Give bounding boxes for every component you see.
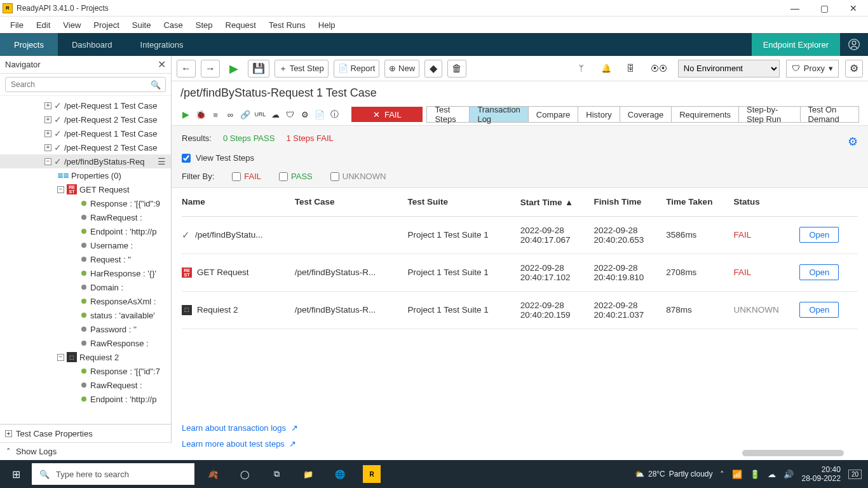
- add-test-step-button[interactable]: ＋ Test Step: [275, 60, 329, 78]
- tree-leaf[interactable]: Response : '[{"id":9: [0, 196, 171, 210]
- col-test-suite[interactable]: Test Suite: [407, 188, 520, 216]
- taskbar-icon-edge[interactable]: 🌐: [325, 460, 355, 488]
- open-button[interactable]: Open: [799, 227, 839, 243]
- open-button[interactable]: Open: [799, 264, 839, 280]
- tree-leaf[interactable]: Username :: [0, 238, 171, 252]
- tree-leaf[interactable]: Endpoint : 'http://p: [0, 392, 171, 406]
- taskbar-icon-readyapi[interactable]: R: [357, 460, 386, 488]
- tree-item-requiest2[interactable]: −⬚Requiest 2: [0, 350, 171, 364]
- menu-edit[interactable]: Edit: [30, 18, 57, 32]
- tree-item[interactable]: +✓/pet-Request 1 Test Case: [0, 98, 171, 112]
- tree-leaf[interactable]: RawResponse :: [0, 336, 171, 350]
- tab-coverage[interactable]: Coverage: [620, 107, 672, 122]
- open-button[interactable]: Open: [799, 302, 839, 318]
- diamond-button[interactable]: ◆: [424, 60, 442, 78]
- tab-requirements[interactable]: Requirements: [672, 107, 739, 122]
- results-settings-icon[interactable]: ⚙: [848, 135, 858, 149]
- volume-icon[interactable]: 🔊: [783, 470, 794, 479]
- menu-help[interactable]: Help: [312, 18, 342, 32]
- nav-tab-integrations[interactable]: Integrations: [126, 33, 198, 56]
- nav-tab-dashboard[interactable]: Dashboard: [58, 33, 126, 56]
- hamburger-icon[interactable]: ☰: [158, 156, 166, 166]
- tree-item-get-request[interactable]: −RESTGET Request: [0, 182, 171, 196]
- taskbar-icon-cortana[interactable]: ◯: [230, 460, 259, 488]
- proxy-button[interactable]: 🛡Proxy▾: [786, 60, 839, 78]
- save-button[interactable]: 💾: [248, 60, 269, 78]
- tray-chevron-icon[interactable]: ˄: [720, 470, 724, 479]
- tree-item-selected[interactable]: −✓/pet/findByStatus-Req☰: [0, 154, 171, 168]
- filter-fail-checkbox[interactable]: [232, 172, 241, 181]
- col-time-taken[interactable]: Time Taken: [666, 188, 733, 216]
- tree-leaf[interactable]: HarResponse : '{}': [0, 266, 171, 280]
- taskbar-icon-leaves[interactable]: 🍂: [198, 460, 227, 488]
- filter-pass-checkbox[interactable]: [279, 172, 288, 181]
- horizontal-scrollbar[interactable]: [742, 450, 844, 456]
- debug-button[interactable]: 🐞: [195, 108, 206, 121]
- trash-button[interactable]: 🗑: [447, 60, 466, 78]
- table-row[interactable]: ⬚Requiest 2/pet/findByStatus-R...Project…: [182, 291, 858, 329]
- tab-compare[interactable]: Compare: [529, 107, 578, 122]
- taskbar-search[interactable]: 🔍 Type here to search: [32, 463, 194, 485]
- url-button[interactable]: URL: [254, 108, 266, 121]
- start-button[interactable]: ⊞: [0, 468, 32, 480]
- tree-leaf[interactable]: status : 'available': [0, 308, 171, 322]
- link-icon[interactable]: 🔗: [240, 108, 250, 121]
- tree-leaf[interactable]: Domain :: [0, 280, 171, 294]
- weather-widget[interactable]: ⛅ 28°C Partly cloudy: [635, 470, 713, 478]
- link-test-steps[interactable]: Learn more about test steps ↗: [182, 439, 297, 449]
- gear-icon[interactable]: ⚙: [299, 108, 310, 121]
- loop-button[interactable]: ∞: [225, 108, 236, 121]
- info-icon[interactable]: ⓘ: [329, 108, 340, 121]
- new-button[interactable]: ⊕ New: [384, 60, 419, 78]
- table-row[interactable]: ✓/pet/findByStatu...Project 1 Test Suite…: [182, 216, 858, 254]
- wifi-icon[interactable]: 📶: [732, 470, 742, 479]
- database-icon[interactable]: 🗄: [622, 60, 640, 78]
- tree-leaf[interactable]: Endpoint : 'http://p: [0, 224, 171, 238]
- onedrive-icon[interactable]: ☁: [768, 470, 776, 479]
- maximize-button[interactable]: ▢: [810, 0, 839, 17]
- tab-history[interactable]: History: [578, 107, 620, 122]
- environment-select[interactable]: No Environment: [678, 60, 780, 78]
- tree-leaf[interactable]: Response : '[{"id":7: [0, 364, 171, 378]
- settings-button[interactable]: ⚙: [845, 60, 863, 78]
- menu-request[interactable]: Request: [219, 18, 262, 32]
- show-logs-button[interactable]: ˄ Show Logs: [0, 442, 172, 460]
- tree-leaf[interactable]: ResponseAsXml :: [0, 294, 171, 308]
- endpoint-explorer-button[interactable]: Endpoint Explorer: [752, 33, 840, 56]
- git-icon[interactable]: ᛘ: [573, 60, 590, 78]
- tree-leaf[interactable]: Request : '': [0, 252, 171, 266]
- taskbar-icon-taskview[interactable]: ⧉: [262, 460, 291, 488]
- col-start-time[interactable]: Start Time ▴: [520, 188, 594, 216]
- tab-step-by-step[interactable]: Step-by-Step Run: [739, 107, 800, 122]
- tab-test-on-demand[interactable]: Test On Demand: [801, 107, 858, 122]
- col-status[interactable]: Status: [734, 188, 800, 216]
- clock[interactable]: 20:40 28-09-2022: [801, 465, 840, 484]
- table-row[interactable]: RESTGET Request/pet/findByStatus-R...Pro…: [182, 254, 858, 291]
- stop-button[interactable]: ■: [210, 108, 221, 121]
- tree-leaf[interactable]: RawRequest :: [0, 210, 171, 224]
- close-button[interactable]: ✕: [839, 0, 868, 17]
- back-button[interactable]: ←: [177, 60, 196, 78]
- menu-project[interactable]: Project: [87, 18, 125, 32]
- nav-tab-projects[interactable]: Projects: [0, 33, 58, 56]
- shield-icon[interactable]: 🛡: [285, 108, 295, 121]
- doc-icon[interactable]: 📄: [314, 108, 325, 121]
- menu-case[interactable]: Case: [157, 18, 189, 32]
- play-small-button[interactable]: ▶: [180, 108, 191, 121]
- navigator-close-icon[interactable]: ✕: [158, 58, 166, 71]
- cloud-icon[interactable]: ☁: [270, 108, 281, 121]
- nodes-icon[interactable]: ⦿⦿: [646, 60, 672, 78]
- notifications-icon[interactable]: 20: [848, 470, 862, 479]
- tree-leaf[interactable]: RawRequest :: [0, 378, 171, 392]
- test-case-properties[interactable]: +Test Case Properties: [0, 424, 171, 442]
- user-icon[interactable]: [840, 33, 868, 56]
- tree-item[interactable]: +✓/pet-Request 1 Test Case: [0, 126, 171, 140]
- col-test-case[interactable]: Test Case: [295, 188, 408, 216]
- taskbar-icon-explorer[interactable]: 📁: [294, 460, 323, 488]
- forward-button[interactable]: →: [201, 60, 220, 78]
- tree-item[interactable]: +✓/pet-Request 2 Test Case: [0, 112, 171, 126]
- play-button[interactable]: ▶: [225, 60, 243, 78]
- minimize-button[interactable]: —: [780, 0, 810, 17]
- col-finish-time[interactable]: Finish Time: [594, 188, 667, 216]
- link-transaction-logs[interactable]: Learn about transaction logs ↗: [182, 423, 298, 433]
